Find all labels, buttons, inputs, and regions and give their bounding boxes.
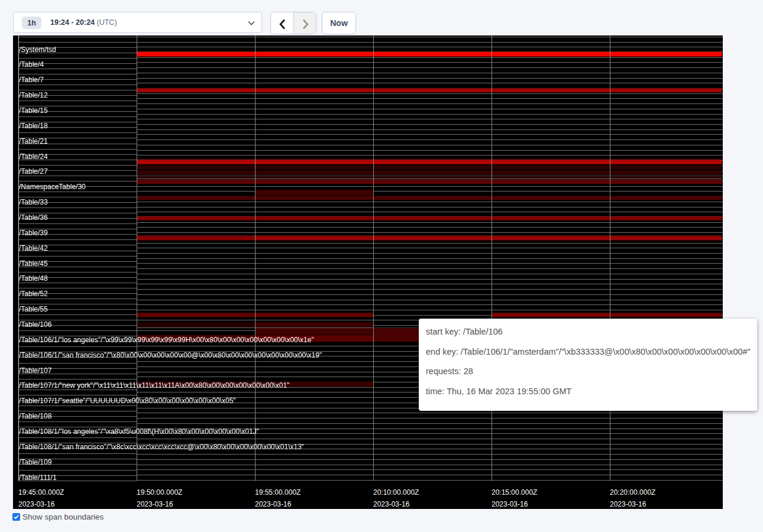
- svg-text:/Table/21: /Table/21: [19, 137, 48, 145]
- svg-text:/Table/39: /Table/39: [19, 229, 48, 237]
- svg-text:/Table/27: /Table/27: [19, 167, 48, 176]
- svg-text:/Table/12: /Table/12: [19, 91, 48, 99]
- svg-text:/Table/108: /Table/108: [19, 412, 52, 420]
- svg-text:/Table/52: /Table/52: [19, 290, 48, 298]
- svg-text:2023-03-16: 2023-03-16: [373, 500, 410, 508]
- svg-text:/Table/24: /Table/24: [19, 153, 48, 161]
- svg-text:2023-03-16: 2023-03-16: [610, 500, 646, 508]
- svg-text:/Table/36: /Table/36: [19, 213, 48, 222]
- svg-text:2023-03-16: 2023-03-16: [18, 500, 55, 508]
- svg-text:/Table/107: /Table/107: [19, 366, 52, 375]
- svg-text:2023-03-16: 2023-03-16: [492, 500, 528, 508]
- svg-text:/Table/107/1/"new york"/"\x11\: /Table/107/1/"new york"/"\x11\x11\x11\x1…: [19, 381, 289, 390]
- svg-text:/Table/55: /Table/55: [19, 305, 48, 313]
- svg-text:/Table/106/1/"los angeles"/"\x: /Table/106/1/"los angeles"/"\x99\x99\x99…: [19, 336, 314, 344]
- svg-text:2023-03-16: 2023-03-16: [255, 500, 292, 508]
- svg-text:/Table/111/1: /Table/111/1: [19, 473, 57, 482]
- svg-text:/Table/107/1/"seattle"/"UUUUUU: /Table/107/1/"seattle"/"UUUUUUD\x00\x80\…: [19, 397, 236, 405]
- svg-text:20:15:00.000Z: 20:15:00.000Z: [492, 488, 537, 497]
- svg-text:/Table/106/1/"san francisco"/": /Table/106/1/"san francisco"/"\x80\x00\x…: [19, 351, 322, 359]
- svg-text:/System/tsd: /System/tsd: [19, 46, 56, 54]
- svg-text:/Table/15: /Table/15: [19, 106, 48, 115]
- svg-text:/Table/4: /Table/4: [19, 60, 44, 69]
- svg-text:/Table/7: /Table/7: [19, 76, 44, 84]
- svg-text:20:20:00.000Z: 20:20:00.000Z: [610, 488, 655, 497]
- svg-text:/Table/42: /Table/42: [19, 244, 48, 252]
- svg-text:/Table/108/1/"san francisco"/": /Table/108/1/"san francisco"/"\x8c\xcc\x…: [19, 443, 304, 451]
- svg-text:/Table/33: /Table/33: [19, 198, 48, 206]
- svg-text:20:10:00.000Z: 20:10:00.000Z: [373, 488, 419, 497]
- svg-text:/NamespaceTable/30: /NamespaceTable/30: [19, 183, 86, 191]
- svg-text:19:55:00.000Z: 19:55:00.000Z: [255, 488, 300, 497]
- svg-text:/Table/45: /Table/45: [19, 259, 48, 268]
- svg-text:/Table/109: /Table/109: [19, 458, 52, 466]
- svg-text:/Table/108/1/"los angeles"/"\x: /Table/108/1/"los angeles"/"\xa8\xf5\u00…: [19, 427, 259, 436]
- svg-text:/Table/48: /Table/48: [19, 274, 48, 283]
- svg-text:19:50:00.000Z: 19:50:00.000Z: [137, 488, 182, 497]
- svg-text:/Table/18: /Table/18: [19, 122, 48, 130]
- svg-text:/Table/106: /Table/106: [19, 320, 52, 329]
- svg-text:19:45:00.000Z: 19:45:00.000Z: [18, 488, 64, 497]
- svg-text:2023-03-16: 2023-03-16: [137, 500, 173, 508]
